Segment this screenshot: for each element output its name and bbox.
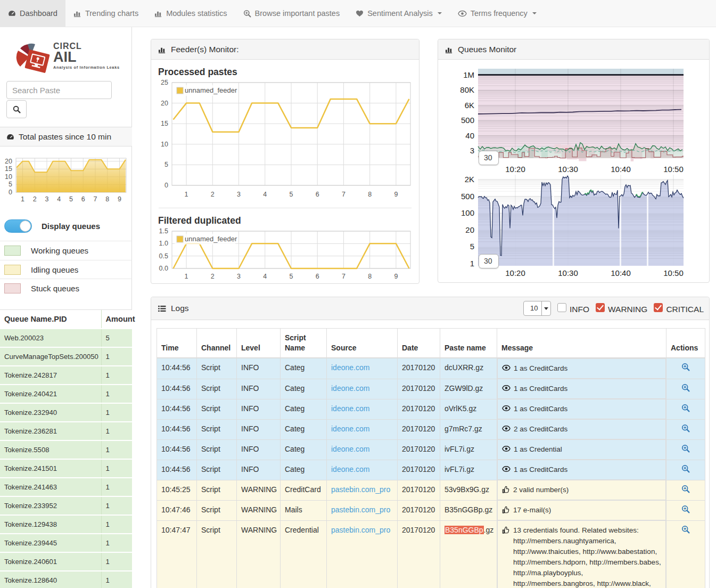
queue-name: Tokenize.233952 xyxy=(0,496,101,515)
svg-text:8: 8 xyxy=(368,273,372,280)
queue-amount: 1 xyxy=(101,515,132,534)
svg-text:6K: 6K xyxy=(465,101,474,110)
svg-text:5: 5 xyxy=(290,191,293,198)
show-paste-button[interactable] xyxy=(681,363,690,371)
log-actions xyxy=(666,500,705,520)
log-date: 20170120 xyxy=(398,500,440,520)
log-message: 2 valid number(s) xyxy=(497,480,666,500)
log-date: 20170120 xyxy=(398,439,440,460)
svg-text:80K: 80K xyxy=(460,85,474,94)
svg-text:10:40: 10:40 xyxy=(611,165,631,174)
nav-item-trending-charts[interactable]: Trending charts xyxy=(65,0,146,27)
source-link[interactable]: ideone.com xyxy=(331,445,369,453)
nav-item-label: Sentiment Analysis xyxy=(367,9,433,18)
filter-checkbox-info[interactable] xyxy=(557,303,566,312)
show-paste-button[interactable] xyxy=(681,404,690,412)
log-channel: Script xyxy=(197,480,237,500)
log-time: 10:44:56 xyxy=(157,460,197,480)
svg-text:20: 20 xyxy=(465,225,474,234)
display-queues-toggle[interactable] xyxy=(4,219,32,233)
legend-swatch xyxy=(4,283,21,293)
show-paste-button[interactable] xyxy=(681,444,690,453)
log-source: ideone.com xyxy=(327,419,398,439)
log-time: 10:47:46 xyxy=(157,500,197,520)
eye-solid-icon xyxy=(502,405,511,412)
show-paste-button[interactable] xyxy=(681,525,690,534)
bar-chart-icon xyxy=(445,46,453,53)
source-link[interactable]: pastebin.com_pro xyxy=(331,485,390,494)
source-link[interactable]: ideone.com xyxy=(331,404,369,413)
log-time: 10:47:47 xyxy=(157,520,197,588)
log-date: 20170120 xyxy=(398,379,440,399)
total-pastes-header: Total pastes since 10 min xyxy=(0,127,132,146)
logs-panel-header: Logs 10 INFOWARNINGCRITICAL xyxy=(151,297,709,320)
thumbs-up-icon xyxy=(502,486,510,494)
log-row: 10:47:47ScriptWARNINGCredentialpastebin.… xyxy=(157,520,705,588)
source-link[interactable]: ideone.com xyxy=(331,465,369,473)
eye-solid-icon xyxy=(502,445,511,452)
nav-item-dashboard[interactable]: Dashboard xyxy=(0,0,65,27)
filter-label: INFO xyxy=(570,305,589,314)
queue-row: CurveManageTopSets.2000501 xyxy=(0,347,132,366)
top-navbar: DashboardTrending chartsModules statisti… xyxy=(0,0,716,27)
eye-icon xyxy=(458,10,467,17)
show-paste-button[interactable] xyxy=(681,464,690,473)
log-level: INFO xyxy=(237,379,281,399)
nav-item-label: Browse important pastes xyxy=(255,9,340,18)
source-link[interactable]: ideone.com xyxy=(331,363,369,372)
log-paste-name: B35nGGBp.gz xyxy=(440,500,497,520)
bar-chart-icon xyxy=(73,10,81,17)
show-paste-button[interactable] xyxy=(681,505,690,513)
page-size-select[interactable]: 10 xyxy=(523,301,551,316)
queue-row: Tokenize.2428171 xyxy=(0,366,132,385)
log-script-name: Categ xyxy=(281,419,327,439)
nav-item-modules-statistics[interactable]: Modules statistics xyxy=(146,0,235,27)
show-paste-button[interactable] xyxy=(681,383,690,392)
source-link[interactable]: pastebin.com_pro xyxy=(331,526,390,534)
log-time: 10:44:56 xyxy=(157,379,197,399)
show-paste-button[interactable] xyxy=(681,424,690,432)
queue-row: Web.2000235 xyxy=(0,329,132,347)
queue-row: Tokenize.55081 xyxy=(0,440,132,459)
search-paste-input[interactable] xyxy=(6,81,112,99)
queue-amount: 1 xyxy=(101,422,132,440)
queue-amount: 1 xyxy=(101,403,132,422)
svg-text:0.5: 0.5 xyxy=(159,252,168,260)
queues-global-axis-badge: 30 xyxy=(479,151,499,165)
queue-name: Tokenize.129438 xyxy=(0,515,101,534)
queue-amount: 5 xyxy=(101,329,132,347)
queue-amount: 1 xyxy=(101,440,132,459)
svg-text:15: 15 xyxy=(5,165,12,173)
queue-amount: 1 xyxy=(101,459,132,478)
source-link[interactable]: ideone.com xyxy=(331,424,369,433)
queue-name: Tokenize.5508 xyxy=(0,440,101,459)
filter-checkbox-warning[interactable] xyxy=(596,303,605,312)
nav-item-browse-important-pastes[interactable]: Browse important pastes xyxy=(235,0,348,27)
log-time: 10:44:56 xyxy=(157,439,197,460)
dashboard-icon xyxy=(6,133,14,141)
log-time: 10:44:56 xyxy=(157,399,197,419)
nav-item-sentiment-analysis[interactable]: Sentiment Analysis xyxy=(348,0,450,27)
page-size-value: 10 xyxy=(530,304,538,312)
log-message: 1 as CreditCards xyxy=(497,460,666,480)
show-paste-button[interactable] xyxy=(681,485,690,493)
svg-text:10:30: 10:30 xyxy=(558,268,578,277)
svg-text:0: 0 xyxy=(164,182,168,189)
source-link[interactable]: pastebin.com_pro xyxy=(331,505,390,514)
legend-item-working-queues: Working queues xyxy=(0,241,132,260)
svg-text:9: 9 xyxy=(118,195,121,203)
log-channel: Script xyxy=(197,520,237,588)
filter-checkbox-critical[interactable] xyxy=(654,303,663,312)
log-channel: Script xyxy=(197,399,237,419)
svg-text:9: 9 xyxy=(394,273,398,280)
source-link[interactable]: ideone.com xyxy=(331,384,369,393)
legend-label: Stuck queues xyxy=(31,284,79,293)
queues-panel-title: Queues Monitor xyxy=(458,45,516,54)
svg-text:5: 5 xyxy=(290,273,293,280)
nav-item-terms-frequency[interactable]: Terms frequency xyxy=(450,0,545,27)
queue-name: Tokenize.128640 xyxy=(0,571,101,588)
queue-name: Tokenize.241463 xyxy=(0,478,101,496)
log-message-text: 1 as CreditCards xyxy=(514,464,661,475)
search-button[interactable] xyxy=(6,100,27,118)
svg-text:1: 1 xyxy=(21,195,24,203)
